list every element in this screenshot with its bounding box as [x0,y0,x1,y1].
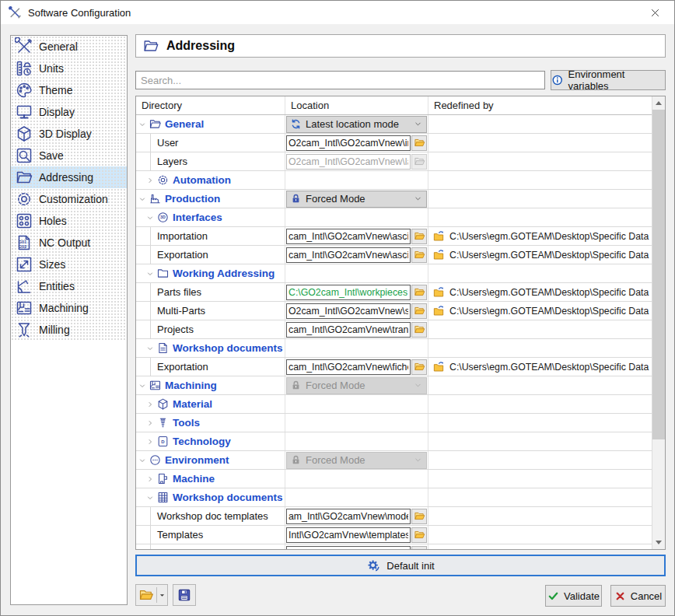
browse-folder-button[interactable] [411,285,427,300]
tree-collapsed-icon[interactable] [145,437,155,446]
sidebar-item-addressing[interactable]: Addressing [11,166,127,188]
location-mode-dropdown[interactable]: Latest location mode [286,116,427,133]
table-row[interactable]: Workshop doc templates [136,507,652,526]
table-row[interactable] [136,544,652,549]
location-input[interactable] [286,322,411,338]
tree-collapsed-icon[interactable] [145,400,155,409]
table-row[interactable]: Tools [136,414,652,432]
tree-collapsed-icon[interactable] [145,474,155,484]
sidebar-item-machining[interactable]: Machining [11,297,127,319]
sidebar-item-customization[interactable]: Customization [11,188,127,210]
table-row[interactable]: User [136,134,652,152]
table-row[interactable]: DTechnology [136,432,652,451]
sidebar-item-nc-output[interactable]: G01G02NC Output [11,232,127,254]
search-input[interactable] [135,71,545,89]
location-input[interactable] [286,229,411,244]
tree-section-label[interactable]: Machine [173,473,215,485]
table-row[interactable]: Workshop documents [136,488,652,507]
table-row[interactable]: 3DInterfaces [136,208,652,227]
vertical-scrollbar[interactable] [652,96,665,549]
location-mode-dropdown[interactable]: Forced Mode [286,191,427,208]
environment-variables-button[interactable]: Environment variables [551,70,666,90]
tree-section-label[interactable]: Working Addressing [173,268,275,279]
tree-section-label[interactable]: General [165,118,204,130]
tree-expanded-icon[interactable] [145,269,155,278]
location-input[interactable] [286,247,411,263]
table-row[interactable]: ExportationC:\Users\egm.GOTEAM\Desktop\S… [136,246,652,264]
browse-folder-button[interactable] [411,527,427,543]
open-file-split-button[interactable] [135,584,168,606]
table-row[interactable]: ImportationC:\Users\egm.GOTEAM\Desktop\S… [136,227,652,246]
sidebar-item-general[interactable]: General [11,36,127,58]
tree-section-label[interactable]: Production [165,193,220,205]
table-row[interactable]: GeneralLatest location mode [136,115,652,134]
location-input[interactable] [286,359,411,375]
tree-section-label[interactable]: Automation [173,174,231,186]
location-input[interactable] [286,135,411,151]
tree-expanded-icon[interactable] [138,456,147,465]
close-icon[interactable] [643,1,666,24]
browse-folder-button[interactable] [411,546,427,550]
browse-folder-button[interactable] [411,509,427,524]
table-row[interactable]: Workshop documents [136,339,652,358]
tree-section-label[interactable]: Workshop documents [173,342,283,354]
tree-collapsed-icon[interactable] [145,176,155,185]
location-input[interactable] [286,527,411,543]
scroll-down-icon[interactable] [652,536,665,549]
save-button[interactable] [173,584,196,606]
validate-button[interactable]: Validate [545,585,602,607]
tree-section-label[interactable]: Technology [173,436,231,447]
table-row[interactable]: Working Addressing [136,264,652,283]
browse-folder-button[interactable] [411,359,427,375]
tree-section-label[interactable]: Material [173,398,212,410]
browse-folder-button[interactable] [411,303,427,319]
tree-expanded-icon[interactable] [138,120,147,129]
sidebar-item-units[interactable]: Units [11,58,127,79]
tree-expanded-icon[interactable] [145,213,155,222]
browse-folder-button[interactable] [411,322,427,338]
location-input[interactable] [286,509,411,524]
table-row[interactable]: Parts filesC:\Users\egm.GOTEAM\Desktop\S… [136,283,652,302]
scrollbar-thumb[interactable] [652,110,665,439]
table-row[interactable]: Projects [136,320,652,339]
sidebar-item-sizes[interactable]: Sizes [11,254,127,275]
tree-section-label[interactable]: Machining [165,380,217,391]
open-file-dropdown-arrow[interactable] [157,592,167,599]
tree-section-label[interactable]: Workshop documents [173,492,283,503]
default-init-button[interactable]: Default init [135,555,666,576]
sidebar-item-theme[interactable]: Theme [11,79,127,101]
tree-section-label[interactable]: Environment [165,454,229,466]
sidebar-item-3d-display[interactable]: 3D Display [11,123,127,145]
redefined-by-cell [428,376,652,394]
table-row[interactable]: Templates [136,526,652,544]
table-row[interactable]: MachiningForced Mode [136,376,652,395]
tree-section-label[interactable]: Tools [173,417,200,429]
sidebar-item-milling[interactable]: Milling [11,319,127,341]
table-row[interactable]: EnvironmentForced Mode [136,451,652,470]
tree-collapsed-icon[interactable] [145,418,155,428]
sidebar-item-save[interactable]: Save [11,145,127,166]
table-row[interactable]: ProductionForced Mode [136,190,652,208]
browse-folder-button[interactable] [411,229,427,244]
table-row[interactable]: Multi-PartsC:\Users\egm.GOTEAM\Desktop\S… [136,302,652,320]
sidebar-item-display[interactable]: Display [11,101,127,123]
cancel-button[interactable]: Cancel [610,585,666,607]
location-input[interactable] [286,285,411,300]
table-row[interactable]: Machine [136,470,652,488]
browse-folder-button[interactable] [411,135,427,151]
browse-folder-button[interactable] [411,247,427,263]
tree-expanded-icon[interactable] [145,344,155,353]
location-input[interactable] [286,303,411,319]
location-input[interactable] [286,546,411,550]
table-row[interactable]: Material [136,395,652,414]
scroll-up-icon[interactable] [652,96,665,110]
sidebar-item-holes[interactable]: Holes [11,210,127,232]
tree-expanded-icon[interactable] [138,381,147,390]
table-row[interactable]: ExportationC:\Users\egm.GOTEAM\Desktop\S… [136,358,652,376]
tree-expanded-icon[interactable] [138,194,147,204]
table-row[interactable]: Layers [136,152,652,171]
tree-expanded-icon[interactable] [145,493,155,502]
sidebar-item-entities[interactable]: Entities [11,275,127,297]
table-row[interactable]: Automation [136,171,652,190]
tree-section-label[interactable]: Interfaces [173,212,222,223]
